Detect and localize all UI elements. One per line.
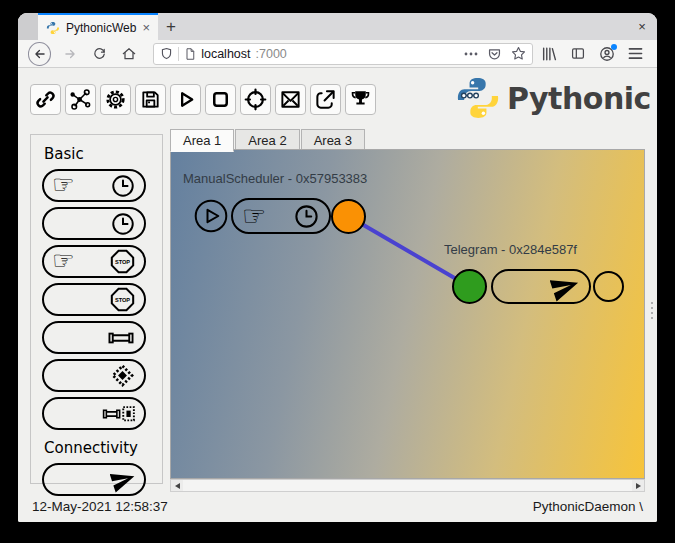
screen: PythonicWeb × + × localhost:7000 — [0, 0, 675, 543]
reload-button[interactable] — [89, 43, 110, 65]
share-config-button[interactable] — [310, 84, 341, 115]
tabbar-spacer — [18, 13, 38, 40]
clock-icon — [110, 211, 136, 237]
stop-sign-icon: STOP — [109, 248, 136, 275]
palette-section-basic: Basic — [44, 145, 151, 163]
urlbar-divider — [178, 47, 179, 61]
browser-tabbar: PythonicWeb × + × — [18, 13, 657, 40]
status-daemon: PythonicDaemon \ — [533, 499, 643, 514]
trophy-icon — [349, 88, 372, 111]
clock-icon — [293, 203, 320, 230]
account-notification-dot — [611, 44, 617, 50]
gear-icon — [104, 88, 127, 111]
browser-navbar: localhost:7000 — [18, 40, 657, 68]
node-label-manualscheduler: ManualScheduler - 0x57953383 — [183, 171, 367, 186]
clock-icon — [110, 173, 136, 199]
window-close-button[interactable]: × — [627, 13, 657, 40]
node-label-telegram: Telegram - 0x284e587f — [444, 242, 577, 257]
pythonic-logo-icon — [455, 75, 501, 121]
shield-icon — [160, 47, 173, 61]
home-icon — [121, 46, 137, 62]
navbar-right-cluster — [541, 46, 647, 62]
kill-all-button[interactable] — [240, 84, 271, 115]
save-icon — [139, 88, 162, 111]
hand-icon: ☞ — [242, 202, 266, 229]
socket-output-manualscheduler[interactable] — [331, 199, 366, 234]
element-palette: Basic ☞ ☞ STOP STOP — [30, 134, 163, 484]
stop-square-icon — [209, 88, 232, 111]
link-elements-button[interactable] — [30, 84, 61, 115]
tab-area-1[interactable]: Area 1 — [170, 129, 234, 152]
palette-item-generic-pipe[interactable] — [42, 321, 146, 354]
paper-plane-icon — [550, 272, 580, 302]
node-graph-icon — [69, 88, 92, 111]
browser-tab-pythonicweb[interactable]: PythonicWeb × — [38, 13, 158, 40]
node-telegram[interactable] — [491, 269, 591, 304]
status-datetime: 12-May-2021 12:58:37 — [32, 499, 168, 514]
address-bar[interactable]: localhost:7000 — [153, 43, 533, 65]
logo-text: Pythonic — [507, 81, 651, 116]
stop-sign-icon: STOP — [109, 286, 136, 313]
python-favicon-icon — [46, 21, 60, 35]
back-arrow-icon — [33, 47, 47, 61]
pocket-icon[interactable] — [487, 47, 502, 61]
tab-close-icon[interactable]: × — [142, 21, 150, 34]
stop-all-button[interactable] — [205, 84, 236, 115]
splitter-handle[interactable] — [647, 129, 657, 492]
library-icon[interactable] — [541, 46, 557, 62]
link-icon — [34, 88, 57, 111]
trophy-button[interactable] — [345, 84, 376, 115]
forward-arrow-icon — [63, 47, 77, 61]
settings-button[interactable] — [100, 84, 131, 115]
working-area-canvas[interactable]: ManualScheduler - 0x57953383 ☞ Telegram … — [170, 149, 645, 479]
account-button[interactable] — [599, 46, 615, 62]
hand-icon: ☞ — [52, 172, 74, 197]
pythonic-app: Pythonic Basic ☞ ☞ STOP STOP — [18, 69, 657, 522]
pipe-chip-icon — [102, 403, 136, 425]
crosshair-icon — [244, 88, 267, 111]
play-icon — [174, 88, 197, 111]
envelope-icon — [279, 88, 302, 111]
run-button[interactable] — [170, 84, 201, 115]
scroll-left-arrow[interactable] — [171, 480, 183, 491]
node-graph-button[interactable] — [65, 84, 96, 115]
paper-plane-icon — [110, 467, 136, 493]
new-tab-button[interactable]: + — [158, 13, 184, 40]
status-bar: 12-May-2021 12:58:37 PythonicDaemon \ — [18, 491, 657, 522]
forward-button[interactable] — [59, 43, 80, 65]
palette-item-scheduler[interactable] — [42, 207, 146, 240]
bookmark-star-icon[interactable] — [511, 46, 526, 61]
palette-item-generic-process[interactable] — [42, 397, 146, 430]
url-port: :7000 — [256, 47, 287, 61]
socket-output-telegram[interactable] — [593, 271, 624, 302]
pipe-icon — [106, 327, 136, 349]
sidebar-toggle-icon[interactable] — [570, 46, 586, 61]
save-button[interactable] — [135, 84, 166, 115]
share-export-icon — [314, 88, 337, 111]
palette-item-stop[interactable]: STOP — [42, 283, 146, 316]
pythonic-logo: Pythonic — [455, 75, 651, 121]
page-icon — [184, 47, 196, 61]
node-manualscheduler[interactable]: ☞ — [231, 198, 331, 234]
reload-icon — [92, 46, 107, 61]
hand-icon: ☞ — [52, 248, 74, 273]
tab-title: PythonicWeb — [66, 21, 136, 35]
back-button[interactable] — [28, 42, 51, 66]
show-log-button[interactable] — [275, 84, 306, 115]
url-host: localhost — [201, 47, 250, 61]
palette-item-manual-stop[interactable]: ☞ STOP — [42, 245, 146, 278]
palette-item-process[interactable] — [42, 359, 146, 392]
svg-text:STOP: STOP — [115, 259, 130, 265]
node-play-button[interactable] — [194, 199, 228, 233]
home-button[interactable] — [118, 43, 139, 65]
menu-hamburger-icon[interactable] — [628, 47, 643, 60]
socket-input-telegram[interactable] — [452, 269, 487, 304]
chip-diamond-icon — [109, 362, 136, 389]
scroll-right-arrow[interactable] — [632, 480, 644, 491]
palette-item-manual-scheduler[interactable]: ☞ — [42, 169, 146, 202]
app-toolbar — [30, 84, 376, 115]
svg-text:STOP: STOP — [115, 297, 130, 303]
page-actions-icon[interactable] — [464, 52, 478, 56]
palette-section-connectivity: Connectivity — [44, 439, 151, 457]
browser-window: PythonicWeb × + × localhost:7000 — [18, 13, 657, 522]
